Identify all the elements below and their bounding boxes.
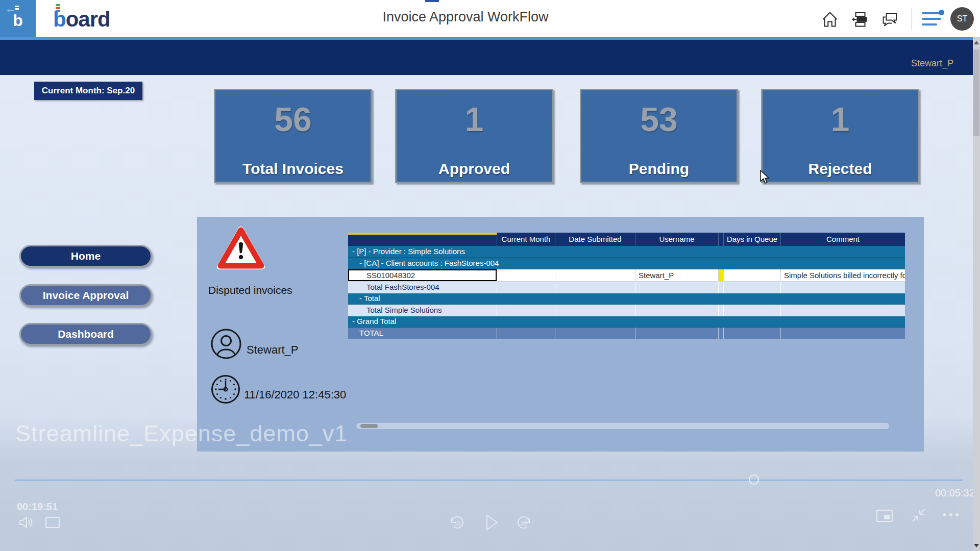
picture-in-picture-icon[interactable]	[876, 509, 893, 524]
table-horizontal-scrollbar[interactable]	[356, 423, 889, 429]
board-logo-b: b	[53, 7, 66, 31]
row-label-cell[interactable]: TOTAL	[348, 328, 497, 339]
table-header-row: Current MonthDate SubmittedUsernameDays …	[348, 233, 905, 246]
kpi-label: Approved	[397, 160, 552, 178]
date-submitted-cell[interactable]	[555, 305, 635, 316]
days-in-queue-cell[interactable]	[723, 269, 780, 282]
timestamp: 11/16/2020 12:45:30	[244, 388, 346, 402]
svg-text:10: 10	[454, 520, 460, 527]
back-button[interactable]: ← b	[0, 0, 36, 37]
kpi-value: 53	[581, 103, 737, 136]
username-cell[interactable]	[635, 282, 718, 293]
sidebar-item-home[interactable]: Home	[19, 245, 152, 267]
column-header[interactable]: Days in Queue	[723, 233, 780, 246]
board-logo-rest: oard	[66, 7, 110, 31]
scrollbar-thumb[interactable]	[973, 49, 979, 136]
table-group-row[interactable]: - [CA] - Client accounts : FashStores-00…	[348, 258, 905, 269]
chat-icon[interactable]	[881, 10, 899, 29]
disputed-invoices-table: Current MonthDate SubmittedUsernameDays …	[348, 233, 905, 339]
scrollbar-handle[interactable]	[360, 424, 378, 428]
kpi-approved[interactable]: 1 Approved	[395, 89, 553, 183]
username-cell[interactable]: Stewart_P	[635, 269, 718, 282]
sidebar-item-invoice-approval[interactable]: Invoice Approval	[19, 284, 152, 307]
forward-30-icon[interactable]: 30	[514, 513, 533, 534]
group-label: - [P] - Provider : Simple Solutions	[348, 246, 905, 257]
kpi-rejected[interactable]: 1 Rejected	[761, 89, 919, 183]
comment-cell[interactable]	[780, 282, 905, 293]
comment-cell[interactable]	[780, 328, 905, 339]
row-label-cell[interactable]: Total FashStores-004	[348, 282, 497, 293]
kpi-pending[interactable]: 53 Pending	[580, 89, 738, 183]
table-subtotal-row[interactable]: Total FashStores-004	[348, 282, 905, 293]
sidebar-item-dashboard[interactable]: Dashboard	[19, 323, 152, 345]
column-header[interactable]: Comment	[780, 233, 905, 246]
user-band: Stewart_P	[0, 37, 980, 75]
kpi-label: Rejected	[763, 160, 918, 178]
capsules-layout-icon[interactable]	[850, 10, 869, 29]
date-submitted-cell[interactable]	[555, 328, 635, 339]
current-month-cell[interactable]	[497, 282, 555, 293]
column-header[interactable]	[718, 233, 723, 246]
status-color-cell[interactable]	[718, 305, 723, 316]
volume-icon[interactable]	[18, 515, 34, 532]
table-group-row[interactable]: - Total	[348, 293, 905, 305]
kpi-value: 1	[763, 103, 918, 136]
date-submitted-cell[interactable]	[555, 282, 635, 293]
avatar[interactable]: ST	[950, 7, 974, 31]
column-header[interactable]	[348, 233, 497, 246]
scroll-down-arrow[interactable]	[974, 544, 979, 547]
board-mini-logo: b	[13, 12, 23, 29]
hamburger-menu-icon[interactable]	[922, 12, 942, 27]
table-subtotal-row[interactable]: Total Simple Solutions	[348, 305, 905, 316]
home-icon[interactable]	[821, 10, 839, 29]
days-in-queue-cell[interactable]	[723, 305, 780, 316]
days-in-queue-cell[interactable]	[723, 328, 780, 339]
table-grand-row[interactable]: TOTAL	[348, 328, 905, 339]
comment-cell[interactable]: Simple Solutions billed incorrectly for	[780, 269, 905, 282]
disputed-invoices-label: Disputed invoices	[208, 284, 292, 296]
status-color-cell[interactable]	[718, 328, 723, 339]
table-data-row[interactable]: SS010048302Stewart_PSimple Solutions bil…	[348, 269, 905, 282]
exit-fullscreen-icon[interactable]	[910, 506, 928, 527]
username-cell[interactable]	[635, 305, 718, 316]
play-icon[interactable]	[484, 513, 499, 534]
status-color-cell[interactable]	[718, 269, 723, 282]
days-in-queue-cell[interactable]	[723, 282, 780, 293]
column-header[interactable]: Date Submitted	[555, 233, 635, 246]
comment-cell[interactable]	[780, 305, 905, 316]
group-label: - Grand Total	[348, 316, 905, 327]
row-label-cell[interactable]: Total Simple Solutions	[348, 305, 497, 316]
group-label: - Total	[348, 293, 905, 304]
page-scrollbar[interactable]	[973, 37, 980, 551]
date-submitted-cell[interactable]	[555, 269, 635, 282]
current-month-cell[interactable]	[497, 305, 555, 316]
kpi-value: 1	[397, 103, 552, 136]
table-group-row[interactable]: - [P] - Provider : Simple Solutions	[348, 246, 905, 258]
current-month-cell[interactable]	[497, 269, 555, 282]
kpi-total-invoices[interactable]: 56 Total Invoices	[214, 89, 372, 183]
app-window: 83.5 83 ← b board Invoice Approval WorkF…	[0, 0, 980, 551]
video-progress-bar[interactable]	[15, 480, 963, 481]
clock-icon	[210, 374, 241, 405]
kpi-value: 56	[215, 103, 371, 136]
video-progress-knob[interactable]	[749, 474, 759, 485]
current-month-badge: Current Month: Sep.20	[34, 82, 142, 100]
current-month-cell[interactable]	[497, 328, 555, 339]
status-color-cell[interactable]	[718, 282, 723, 293]
column-header[interactable]: Current Month	[497, 233, 555, 246]
username-cell[interactable]	[635, 328, 718, 339]
elapsed-time: 00:19:51	[17, 501, 58, 513]
invoice-id-cell[interactable]: SS010048302	[348, 269, 497, 282]
tab-indicator	[425, 0, 439, 2]
board-logo: board	[53, 7, 110, 32]
column-header[interactable]: Username	[635, 233, 718, 246]
more-options-icon[interactable]	[941, 511, 961, 520]
scroll-up-arrow[interactable]	[974, 41, 979, 44]
group-label: - [CA] - Client accounts : FashStores-00…	[348, 258, 905, 269]
rewind-10-icon[interactable]: 10	[448, 513, 467, 534]
table-group-row[interactable]: - Grand Total	[348, 316, 905, 328]
display-mode-icon[interactable]	[45, 516, 60, 531]
kpi-label: Pending	[581, 160, 737, 178]
band-username: Stewart_P	[911, 58, 953, 69]
user-icon	[210, 328, 242, 360]
